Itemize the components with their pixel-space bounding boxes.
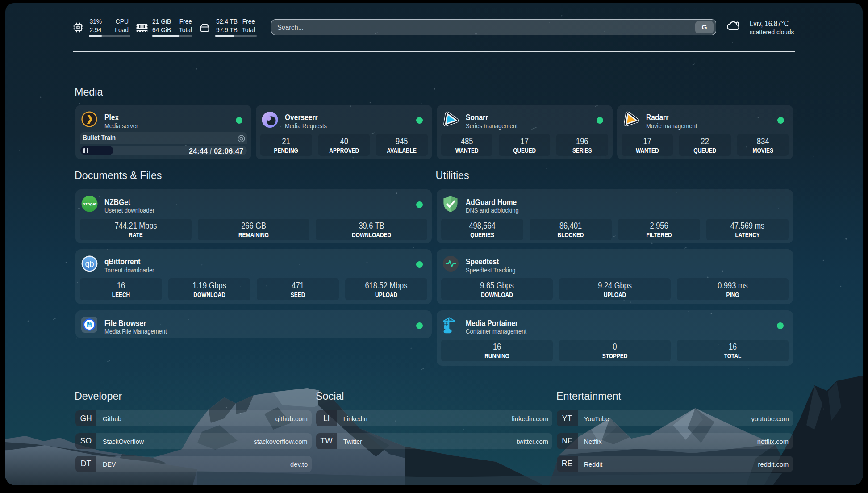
svg-text:qb: qb [85,259,94,268]
svg-text:nzbget: nzbget [83,201,97,206]
